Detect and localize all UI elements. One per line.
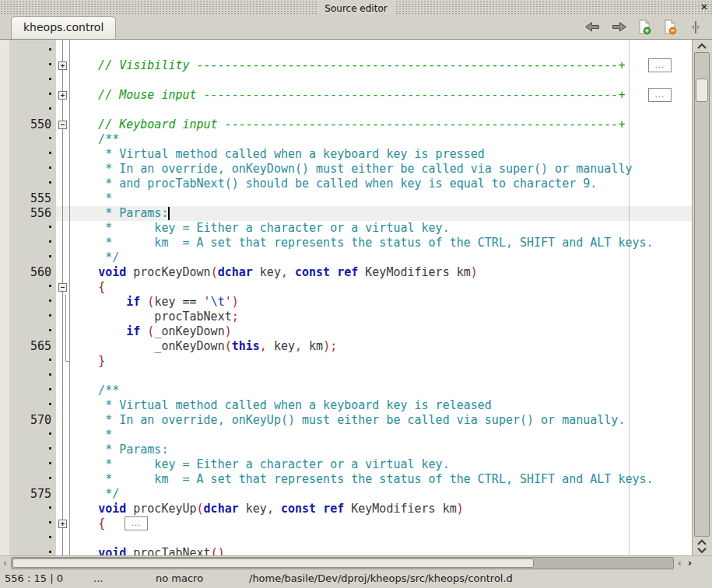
fold-expand-icon[interactable]: + — [58, 91, 67, 100]
code-line[interactable]: 570 * In an override, onKeyUp() must eit… — [0, 413, 692, 428]
bookmark-cell[interactable] — [0, 265, 9, 280]
bookmark-cell[interactable] — [0, 428, 9, 443]
scroll-left-button[interactable]: ‹ — [0, 557, 10, 569]
code-text[interactable]: * km = A set that represents the status … — [70, 236, 692, 250]
code-line[interactable]: 550− // Keyboard input -----------------… — [0, 117, 692, 132]
code-text[interactable]: // Keyboard input ----------------------… — [70, 117, 692, 132]
code-text[interactable]: * km = A set that represents the status … — [70, 472, 692, 487]
code-line[interactable] — [0, 531, 692, 546]
code-line[interactable]: 560 void procKeyDown(dchar key, const re… — [0, 265, 692, 280]
scroll-left-button-right[interactable]: ‹ — [675, 557, 685, 569]
bookmark-cell[interactable] — [0, 369, 9, 383]
code-text[interactable]: */ — [70, 250, 692, 265]
code-text[interactable] — [70, 531, 692, 546]
code-text[interactable] — [70, 73, 692, 88]
bookmark-cell[interactable] — [0, 546, 9, 555]
bookmark-cell[interactable] — [0, 103, 9, 117]
code-text[interactable]: * Params: — [70, 443, 692, 457]
code-text[interactable]: if (_onKeyDown) — [70, 324, 692, 339]
code-line[interactable]: * km = A set that represents the status … — [0, 472, 692, 487]
bookmark-cell[interactable] — [0, 191, 9, 206]
code-text[interactable]: * Virtual method called when a keyboard … — [70, 398, 692, 413]
code-line[interactable]: if (_onKeyDown) — [0, 324, 692, 339]
folded-code-ellipsis[interactable]: ... — [125, 516, 148, 530]
code-text[interactable]: * In an override, onKeyDown() must eithe… — [70, 162, 692, 177]
bookmark-cell[interactable] — [0, 162, 9, 177]
code-text[interactable]: * key = Either a character or a virtual … — [70, 457, 692, 472]
code-line[interactable]: * Params: — [0, 443, 692, 457]
code-line[interactable]: /** — [0, 132, 692, 147]
code-line[interactable]: } — [0, 354, 692, 369]
vertical-scrollbar[interactable] — [692, 40, 712, 555]
code-text[interactable]: { — [70, 280, 692, 295]
fold-collapse-icon[interactable]: − — [58, 121, 67, 129]
code-line[interactable]: 565 _onKeyDown(this, key, km); — [0, 339, 692, 354]
bookmark-cell[interactable] — [0, 413, 9, 428]
code-text[interactable]: procTabNext; — [70, 310, 692, 324]
code-text[interactable]: /** — [70, 383, 692, 398]
code-text[interactable]: * Virtual method called when a keyboard … — [70, 147, 692, 162]
folded-code-ellipsis[interactable]: ... — [648, 88, 672, 102]
bookmark-cell[interactable] — [0, 206, 9, 221]
bookmark-cell[interactable] — [0, 472, 9, 487]
code-line[interactable]: * km = A set that represents the status … — [0, 236, 692, 250]
fold-expand-icon[interactable]: + — [58, 520, 67, 528]
fold-collapse-icon[interactable]: − — [58, 283, 67, 292]
scroll-right-button[interactable]: › — [685, 557, 695, 569]
code-text[interactable]: * In an override, onKeyUp() must either … — [70, 413, 692, 428]
bookmark-cell[interactable] — [0, 58, 9, 73]
code-text[interactable]: if (key == '\t') — [70, 295, 692, 310]
code-line[interactable]: * In an override, onKeyDown() must eithe… — [0, 162, 692, 177]
code-text[interactable]: } — [70, 354, 692, 369]
code-line[interactable]: void procTabNext() — [0, 546, 692, 555]
bookmark-cell[interactable] — [0, 443, 9, 457]
new-document-button[interactable] — [636, 19, 653, 35]
code-text[interactable]: * key = Either a character or a virtual … — [70, 221, 692, 236]
code-text[interactable]: void procTabNext() — [70, 546, 692, 555]
remove-document-button[interactable] — [661, 19, 679, 35]
bookmark-cell[interactable] — [0, 398, 9, 413]
bookmark-cell[interactable] — [0, 221, 9, 236]
code-line[interactable]: − { — [0, 280, 692, 295]
bookmark-cell[interactable] — [0, 295, 9, 310]
code-text[interactable]: * — [70, 191, 692, 206]
horizontal-scroll-thumb[interactable] — [12, 558, 534, 568]
fold-expand-icon[interactable]: + — [58, 61, 67, 70]
code-line[interactable]: void procKeyUp(dchar key, const ref KeyM… — [0, 502, 692, 516]
scroll-up-button[interactable] — [694, 40, 710, 51]
code-line[interactable]: 555 * — [0, 191, 692, 206]
horizontal-scrollbar[interactable]: ‹ ‹ › — [0, 555, 712, 570]
code-line[interactable]: 556 * Params: — [0, 206, 692, 221]
code-line[interactable]: + {... — [0, 516, 692, 531]
split-view-button[interactable] — [687, 19, 704, 35]
bookmark-cell[interactable] — [0, 324, 9, 339]
code-line[interactable]: * Virtual method called when a keyboard … — [0, 398, 692, 413]
code-text[interactable]: /** — [70, 132, 692, 147]
bookmark-cell[interactable] — [0, 177, 9, 191]
code-text[interactable]: * and procTabNext() should be called whe… — [70, 177, 692, 191]
close-icon[interactable]: ✕ — [700, 0, 708, 14]
code-line[interactable]: * key = Either a character or a virtual … — [0, 457, 692, 472]
code-area[interactable]: + // Visibility ------------------------… — [0, 40, 692, 555]
code-text[interactable]: // Visibility --------------------------… — [70, 58, 692, 73]
bookmark-cell[interactable] — [0, 502, 9, 516]
bookmark-cell[interactable] — [0, 250, 9, 265]
code-text[interactable]: // Mouse input -------------------------… — [70, 88, 692, 103]
code-line[interactable] — [0, 44, 692, 58]
code-line[interactable]: procTabNext; — [0, 310, 692, 324]
code-text[interactable]: * Params: — [70, 206, 692, 221]
scroll-up-button-bottom[interactable] — [694, 537, 710, 546]
bookmark-cell[interactable] — [0, 44, 9, 58]
folded-code-ellipsis[interactable]: ... — [648, 58, 672, 72]
code-line[interactable] — [0, 103, 692, 117]
code-line[interactable]: * Virtual method called when a keyboard … — [0, 147, 692, 162]
bookmark-cell[interactable] — [0, 147, 9, 162]
bookmark-cell[interactable] — [0, 531, 9, 546]
code-line[interactable]: 575 */ — [0, 487, 692, 502]
code-text[interactable]: void procKeyDown(dchar key, const ref Ke… — [70, 265, 692, 280]
code-line[interactable] — [0, 369, 692, 383]
bookmark-cell[interactable] — [0, 117, 9, 132]
code-line[interactable]: * and procTabNext() should be called whe… — [0, 177, 692, 191]
bookmark-cell[interactable] — [0, 354, 9, 369]
bookmark-cell[interactable] — [0, 280, 9, 295]
